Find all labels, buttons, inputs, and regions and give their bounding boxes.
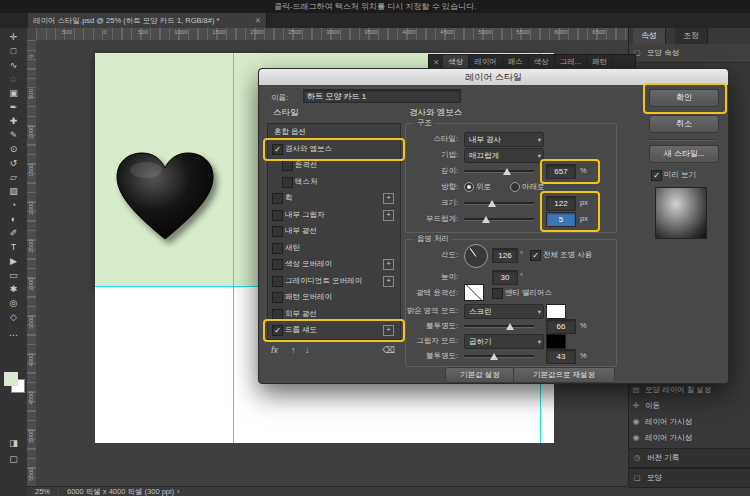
blur-tool[interactable]: ◔: [0, 198, 27, 212]
move-tool[interactable]: ✛: [0, 30, 27, 44]
bevel-emboss-checkbox[interactable]: ✓: [272, 144, 283, 155]
style-item-contour[interactable]: 윤곽선: [268, 157, 398, 173]
inner-shadow-checkbox[interactable]: [272, 210, 283, 221]
slider-thumb[interactable]: [506, 323, 514, 330]
move-down-icon[interactable]: ↓: [305, 345, 310, 355]
highlight-opacity-slider[interactable]: [464, 319, 534, 332]
dodge-tool[interactable]: ◐: [0, 212, 27, 226]
slider-thumb[interactable]: [482, 216, 490, 223]
panel-tab-gradients[interactable]: 그레...: [555, 55, 587, 69]
style-item-inner-shadow[interactable]: 내부 그림자 +: [268, 207, 398, 223]
style-item-satin[interactable]: 새틴: [268, 240, 398, 256]
reset-default-button[interactable]: 기본값으로 재설정: [513, 367, 615, 383]
contour-checkbox[interactable]: [282, 160, 293, 171]
panel-close-icon[interactable]: ✕: [429, 58, 443, 67]
depth-value[interactable]: 657: [546, 164, 576, 179]
ok-button[interactable]: 확인: [649, 89, 719, 107]
shadow-color-swatch[interactable]: [546, 334, 566, 349]
brush-tool[interactable]: ✎: [0, 128, 27, 142]
move-up-icon[interactable]: ↑: [291, 345, 296, 355]
style-item-pattern-overlay[interactable]: 패턴 오버레이: [268, 289, 398, 305]
history-item[interactable]: ◉ 레이어 가시성: [629, 430, 750, 446]
add-gradient-overlay-icon[interactable]: +: [383, 276, 394, 287]
history-item[interactable]: ▤ 모양 레이어 칠 설정: [629, 382, 750, 398]
new-style-button[interactable]: 새 스타일...: [649, 145, 719, 163]
global-light-checkbox[interactable]: ✓: [530, 250, 541, 261]
zoom-level[interactable]: 25%: [35, 487, 50, 496]
history-brush-tool[interactable]: ↺: [0, 156, 27, 170]
direction-down-radio[interactable]: [510, 182, 520, 192]
clone-stamp-tool[interactable]: ⊙: [0, 142, 27, 156]
style-item-blending-options[interactable]: 혼합 옵션: [268, 124, 398, 140]
shadow-opacity-slider[interactable]: [464, 349, 534, 362]
tab-properties[interactable]: 속성: [633, 28, 666, 44]
eraser-tool[interactable]: ▱: [0, 170, 27, 184]
outer-glow-checkbox[interactable]: [272, 309, 283, 320]
add-drop-shadow-icon[interactable]: +: [383, 325, 394, 336]
style-item-texture[interactable]: 텍스처: [268, 174, 398, 190]
shape-properties-row[interactable]: ▢ 모양 속성: [629, 44, 750, 63]
panel-tab-layers[interactable]: 레이어: [469, 55, 503, 69]
cancel-button[interactable]: 취소: [649, 115, 719, 133]
crop-tool[interactable]: ▣: [0, 86, 27, 100]
dialog-titlebar[interactable]: 레이어 스타일: [259, 69, 728, 85]
fx-icon[interactable]: fx: [271, 345, 278, 355]
frame-tool[interactable]: ◇: [0, 310, 27, 324]
bevel-style-select[interactable]: 내부 경사 ▾: [464, 132, 544, 147]
path-selection-tool[interactable]: ▶: [0, 254, 27, 268]
type-tool[interactable]: T: [0, 240, 27, 254]
tab-adjustments[interactable]: 조정: [675, 28, 708, 44]
soften-slider[interactable]: [464, 212, 534, 225]
pattern-overlay-checkbox[interactable]: [272, 292, 283, 303]
texture-checkbox[interactable]: [282, 177, 293, 188]
add-inner-shadow-icon[interactable]: +: [383, 210, 394, 221]
heart-shape-layer[interactable]: [112, 150, 218, 244]
panel-tab-swatches[interactable]: 색상: [529, 55, 555, 69]
highlight-opacity-value[interactable]: 66: [546, 319, 576, 334]
foreground-color-swatch[interactable]: [4, 372, 18, 386]
angle-value[interactable]: 126: [492, 248, 518, 263]
document-tab[interactable]: ✕ 레이어 스타일.psd @ 25% (하트 모양 카드 1, RGB/8#)…: [28, 13, 267, 28]
close-icon[interactable]: ✕: [255, 13, 261, 28]
shape-tool[interactable]: ▭: [0, 268, 27, 282]
highlight-mode-select[interactable]: 스크린 ▾: [464, 304, 544, 319]
style-item-inner-glow[interactable]: 내부 광선: [268, 223, 398, 239]
zoom-tool[interactable]: ◎: [0, 296, 27, 310]
color-overlay-checkbox[interactable]: [272, 259, 283, 270]
gradient-tool[interactable]: ▨: [0, 184, 27, 198]
drop-shadow-checkbox[interactable]: ✓: [272, 325, 283, 336]
panel-tab-patterns[interactable]: 패턴: [587, 55, 613, 69]
antialias-checkbox[interactable]: [492, 288, 503, 299]
shadow-opacity-value[interactable]: 43: [546, 349, 576, 364]
panel-tab-paths[interactable]: 패스: [503, 55, 529, 69]
satin-checkbox[interactable]: [272, 243, 283, 254]
style-item-gradient-overlay[interactable]: 그레이디언트 오버레이 +: [268, 273, 398, 289]
trash-icon[interactable]: ⌫: [382, 345, 395, 355]
chevron-right-icon[interactable]: ›: [177, 487, 180, 496]
inner-glow-checkbox[interactable]: [272, 226, 283, 237]
shadow-mode-select[interactable]: 곱하기 ▾: [464, 334, 544, 349]
eyedropper-tool[interactable]: ✒: [0, 100, 27, 114]
history-item[interactable]: ◉ 레이어 가시성: [629, 414, 750, 430]
direction-up-radio[interactable]: [464, 182, 474, 192]
highlight-color-swatch[interactable]: [546, 304, 566, 319]
toolbar-more-icon[interactable]: ⋯: [0, 328, 27, 342]
marquee-tool[interactable]: □: [0, 44, 27, 58]
slider-thumb[interactable]: [488, 200, 496, 207]
depth-slider[interactable]: [464, 164, 534, 177]
hand-tool[interactable]: ✱: [0, 282, 27, 296]
soften-value[interactable]: 5: [546, 212, 576, 227]
lasso-tool[interactable]: ∿: [0, 58, 27, 72]
shape-panel-header[interactable]: ▢ 모양: [629, 468, 750, 488]
make-default-button[interactable]: 기본값 설정: [445, 367, 515, 383]
screen-mode-icon[interactable]: ▢: [0, 452, 27, 466]
quick-mask-icon[interactable]: ◨: [0, 436, 27, 450]
stroke-checkbox[interactable]: [272, 193, 283, 204]
style-item-stroke[interactable]: 획 +: [268, 190, 398, 206]
style-item-color-overlay[interactable]: 색상 오버레이 +: [268, 256, 398, 272]
panel-tab-color[interactable]: 색상: [443, 55, 469, 69]
quick-selection-tool[interactable]: ◌: [0, 72, 27, 86]
gradient-overlay-checkbox[interactable]: [272, 276, 283, 287]
pen-tool[interactable]: ✐: [0, 226, 27, 240]
style-item-drop-shadow[interactable]: ✓ 드롭 섀도 +: [268, 322, 398, 338]
